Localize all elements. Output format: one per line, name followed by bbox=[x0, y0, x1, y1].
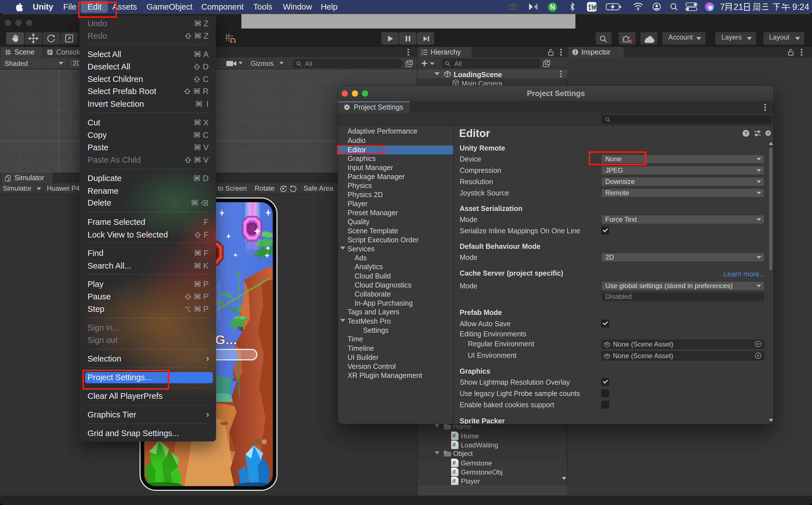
svg-text:21: 21 bbox=[734, 2, 743, 12]
svg-text:7: 7 bbox=[720, 2, 725, 12]
svg-text:9:24: 9:24 bbox=[792, 2, 809, 12]
svg-text:?: ? bbox=[745, 131, 748, 136]
